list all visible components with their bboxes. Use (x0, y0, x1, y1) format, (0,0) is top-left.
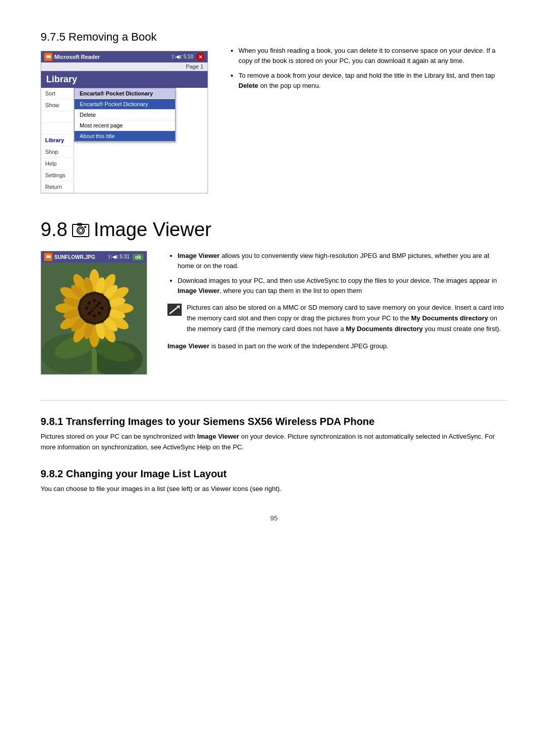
svg-rect-0 (73, 224, 89, 237)
section-975-left: 9.7.5 Removing a Book 📖 Microsoft Reader… (41, 30, 208, 193)
sidebar-item-blank2 (41, 123, 74, 135)
image-viewer-section-icon (72, 221, 90, 239)
context-item-delete[interactable]: Delete (75, 110, 175, 120)
phone-titlebar-975: 📖 Microsoft Reader 𝚈ᵢ◀ε 5:10 ✕ (41, 51, 208, 62)
svg-point-43 (85, 307, 88, 310)
section-981: 9.8.1 Transferring Images to your Siemen… (41, 416, 507, 453)
section-975-bullets: When you finish reading a book, you can … (228, 46, 507, 90)
bullet-98-2: Download images to your PC, and then use… (178, 276, 507, 295)
section-975-right: When you finish reading a book, you can … (228, 30, 507, 193)
bullet-98-1: Image Viewer allows you to conveniently … (178, 251, 507, 271)
signal-icon-975: 𝚈ᵢ◀ε 5:10 (171, 54, 193, 60)
section-982-body: You can choose to file your images in a … (41, 484, 507, 495)
phone-ui-98: 📖 SUNFLOWR.JPG 𝚈ᵢ◀ε 5:31 ok (41, 251, 147, 375)
close-button-975[interactable]: ✕ (196, 53, 204, 61)
svg-point-42 (88, 312, 91, 315)
svg-point-2 (79, 228, 83, 233)
phone-sidebar-975: Sort Show Library Shop Help Settings Ret… (41, 88, 74, 193)
section-98-body: 📖 SUNFLOWR.JPG 𝚈ᵢ◀ε 5:31 ok (41, 251, 507, 375)
signal-icon-98: 𝚈ᵢ◀ε 5:31 (108, 254, 130, 260)
phone-titlebar-98-right: 𝚈ᵢ◀ε 5:31 ok (108, 254, 144, 260)
svg-point-44 (88, 302, 91, 305)
section-98-title-suffix: Image Viewer (94, 219, 212, 241)
svg-point-4 (84, 226, 86, 228)
sidebar-item-sort[interactable]: Sort (41, 88, 74, 100)
phone-library-header: Library (41, 71, 208, 88)
section-98: 9.8 Image Viewer 📖 SUNFLOWR.JPG (41, 219, 507, 375)
svg-point-45 (96, 305, 98, 307)
reader-app-icon: 📖 (44, 53, 52, 61)
ok-button-98[interactable]: ok (132, 254, 144, 260)
section-98-bullets: Image Viewer allows you to conveniently … (167, 251, 507, 295)
phone-titlebar-right-975: 𝚈ᵢ◀ε 5:10 ✕ (171, 53, 204, 61)
page-number: 95 (41, 514, 507, 522)
phone-titlebar-98: 📖 SUNFLOWR.JPG 𝚈ᵢ◀ε 5:31 ok (41, 251, 147, 262)
reader-app-icon-98: 📖 (44, 253, 52, 261)
svg-point-41 (93, 314, 96, 317)
phone-app-name-975: Microsoft Reader (54, 54, 100, 60)
divider-981 (41, 400, 507, 401)
bullet-975-1: When you finish reading a book, you can … (238, 46, 507, 65)
sidebar-item-show[interactable]: Show (41, 100, 74, 111)
sidebar-item-help[interactable]: Help (41, 158, 74, 170)
section-982-title: 9.8.2 Changing your Image List Layout (41, 468, 507, 480)
svg-point-47 (93, 307, 95, 309)
note-text-98: Pictures can also be stored on a MMC or … (187, 303, 507, 334)
phone-titlebar-left-975: 📖 Microsoft Reader (44, 53, 100, 61)
svg-point-40 (98, 312, 101, 315)
context-item-encarta-1[interactable]: Encarta® Pocket Dictionary (75, 88, 175, 99)
phone-app-name-98: SUNFLOWR.JPG (54, 254, 95, 260)
section-975: 9.7.5 Removing a Book 📖 Microsoft Reader… (41, 30, 507, 193)
section-98-right: Image Viewer allows you to conveniently … (167, 251, 507, 375)
sidebar-item-return[interactable]: Return (41, 181, 74, 193)
page-label-975: Page 1 (186, 63, 203, 70)
section-981-title: 9.8.1 Transferring Images to your Siemen… (41, 416, 507, 428)
svg-point-39 (100, 307, 104, 310)
sidebar-item-shop[interactable]: Shop (41, 146, 74, 158)
sidebar-item-settings[interactable]: Settings (41, 170, 74, 181)
phone-body-975: Sort Show Library Shop Help Settings Ret… (41, 88, 208, 193)
context-item-about[interactable]: About this title (75, 131, 175, 142)
context-menu-975: Encarta® Pocket Dictionary Encarta® Pock… (74, 88, 176, 142)
phone-content-975: Encarta® Pocket Dictionary Encarta® Pock… (74, 88, 208, 193)
footer-text-98: Image Viewer is based in part on the wor… (167, 341, 507, 352)
section-975-title: 9.7.5 Removing a Book (41, 30, 208, 44)
svg-point-37 (93, 299, 96, 302)
svg-point-1 (77, 227, 84, 234)
note-box-98: Pictures can also be stored on a MMC or … (167, 303, 507, 334)
context-item-encarta-2[interactable]: Encarta® Pocket Dictionary (75, 99, 175, 110)
section-98-left: 📖 SUNFLOWR.JPG 𝚈ᵢ◀ε 5:31 ok (41, 251, 147, 375)
section-981-body: Pictures stored on your PC can be synchr… (41, 432, 507, 453)
section-98-title-prefix: 9.8 (41, 219, 67, 241)
library-label: Library (46, 74, 77, 84)
bullet-975-2: To remove a book from your device, tap a… (238, 71, 507, 90)
phone-page-bar-975: Page 1 (41, 62, 208, 71)
svg-point-38 (98, 302, 101, 305)
svg-point-46 (91, 310, 93, 312)
section-982: 9.8.2 Changing your Image List Layout Yo… (41, 468, 507, 495)
sunflower-image (41, 262, 147, 374)
phone-ui-975: 📖 Microsoft Reader 𝚈ᵢ◀ε 5:10 ✕ Page 1 Li… (41, 51, 208, 193)
note-icon-98 (167, 304, 182, 334)
sidebar-item-blank (41, 111, 74, 123)
context-item-most-recent[interactable]: Most recent page (75, 120, 175, 131)
section-98-title: 9.8 Image Viewer (41, 219, 507, 241)
sidebar-item-library[interactable]: Library (41, 135, 74, 146)
phone-titlebar-98-left: 📖 SUNFLOWR.JPG (44, 253, 95, 261)
